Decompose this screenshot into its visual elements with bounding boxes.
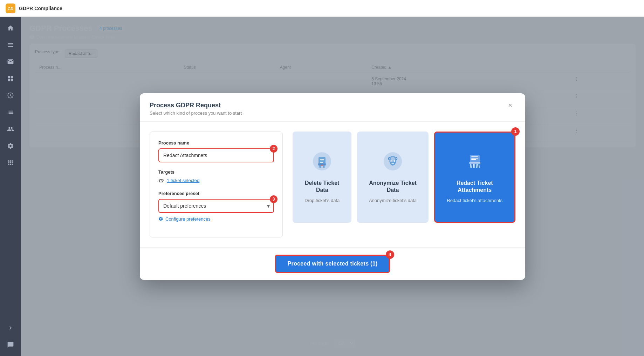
modal: Process GDPR Request Select which kind o… [140,93,525,280]
redact-ticket-attachments-card[interactable]: Redact Ticket Attachments Redact ticket'… [434,132,515,223]
svg-rect-20 [471,158,478,159]
modal-footer: Proceed with selected tickets (1) 4 [140,247,525,280]
targets-label: Targets [158,169,274,175]
anonymize-icon-svg [383,152,403,171]
redact-card-title: Redact Ticket Attachments [442,180,507,194]
svg-line-9 [320,166,321,168]
sidebar-item-home[interactable] [4,21,18,35]
right-panel: Delete Ticket Data Drop ticket's data [293,132,515,237]
svg-line-29 [479,164,479,168]
ticket-icon: 🎟 [158,177,164,184]
svg-rect-22 [469,162,480,164]
sidebar [0,17,21,356]
svg-rect-19 [471,156,478,157]
redact-card-desc: Redact ticket's attachments [447,197,502,204]
redact-icon-svg [465,152,485,171]
delete-icon-svg [312,152,332,171]
step-badge-1: 1 [511,127,520,136]
redact-card-wrapper: Redact Ticket Attachments Redact ticket'… [434,132,515,237]
anonymize-card-desc: Anonymize ticket's data [369,197,417,204]
svg-text:GD: GD [8,7,14,11]
preferences-select[interactable]: Default preferences Custom preferences [158,199,274,213]
svg-line-23 [470,164,471,168]
gear-icon [158,216,163,221]
proceed-button[interactable]: Proceed with selected tickets (1) [275,255,390,273]
modal-overlay[interactable]: Process GDPR Request Select which kind o… [21,17,644,356]
targets-row: 🎟 1 ticket selected [158,177,274,184]
step-badge-4: 4 [386,250,394,259]
proceed-btn-wrapper: Proceed with selected tickets (1) 4 [275,255,390,273]
svg-line-28 [478,164,478,168]
modal-close-button[interactable]: × [505,100,515,111]
page-background: GDPR Processes 4 processes Don't know wh… [0,17,644,356]
app-logo-icon: GD [6,4,15,13]
sidebar-item-list[interactable] [4,105,18,119]
sidebar-item-inbox[interactable] [4,55,18,69]
preferences-wrapper: Default preferences Custom preferences ▾… [158,199,274,213]
sidebar-item-expand[interactable] [4,321,18,335]
sidebar-item-chat[interactable] [4,338,18,352]
top-bar: GD GDPR Compliance [0,0,644,17]
app-title: GDPR Compliance [19,6,62,11]
delete-card-icon [311,150,333,173]
configure-link-text: Configure preferences [165,216,211,222]
anonymize-card-title: Anonymize Ticket Data [365,180,420,194]
svg-line-11 [323,166,324,168]
sidebar-item-grid[interactable] [4,72,18,86]
svg-line-24 [472,164,472,168]
process-name-input[interactable] [158,148,274,162]
preferences-group: Preferences preset Default preferences C… [158,191,274,222]
modal-title: Process GDPR Request [150,102,515,109]
process-name-group: Process name 2 [158,140,274,162]
sidebar-item-people[interactable] [4,122,18,136]
redact-card-icon [464,150,486,173]
sidebar-item-settings[interactable] [4,139,18,153]
modal-header: Process GDPR Request Select which kind o… [140,93,525,122]
delete-ticket-data-card[interactable]: Delete Ticket Data Drop ticket's data [293,132,351,223]
modal-subtitle: Select which kind of process you want to… [150,110,515,116]
delete-card-title: Delete Ticket Data [300,180,344,194]
targets-group: Targets 🎟 1 ticket selected [158,169,274,184]
svg-point-17 [394,160,395,162]
anonymize-card-wrapper: Anonymize Ticket Data Anonymize ticket's… [357,132,428,237]
svg-point-16 [390,160,392,162]
preferences-label: Preferences preset [158,191,274,196]
configure-preferences-link[interactable]: Configure preferences [158,216,274,222]
svg-line-27 [476,164,477,168]
main-content: GDPR Processes 4 processes Don't know wh… [21,17,644,356]
step-badge-2: 2 [270,145,278,153]
ticket-link[interactable]: 1 ticket selected [167,178,199,183]
anonymize-card-icon [382,150,404,173]
step-badge-3: 3 [270,195,278,203]
sidebar-item-clock[interactable] [4,88,18,102]
delete-card-wrapper: Delete Ticket Data Drop ticket's data [293,132,351,237]
svg-rect-21 [471,159,476,160]
left-panel: Process name 2 Targets 🎟 1 ticket s [150,132,283,237]
process-name-wrapper: 2 [158,148,274,162]
select-wrapper: Default preferences Custom preferences ▾ [158,199,274,213]
delete-card-desc: Drop ticket's data [304,197,340,204]
process-name-label: Process name [158,140,274,146]
sidebar-item-apps[interactable] [4,156,18,170]
modal-body: Process name 2 Targets 🎟 1 ticket s [140,122,525,247]
sidebar-item-menu[interactable] [4,38,18,52]
svg-rect-7 [318,163,326,165]
anonymize-ticket-data-card[interactable]: Anonymize Ticket Data Anonymize ticket's… [357,132,428,223]
